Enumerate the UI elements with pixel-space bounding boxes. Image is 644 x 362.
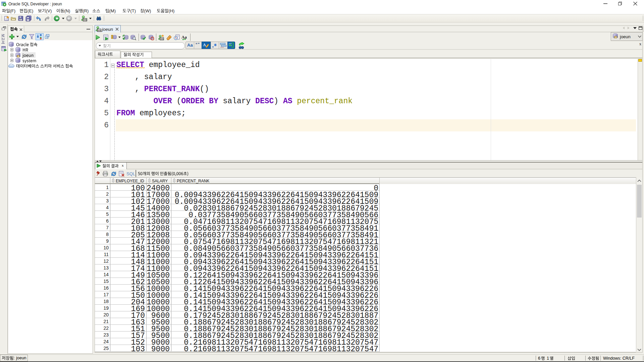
svg-text:A: A bbox=[203, 43, 206, 47]
svg-text:SOL: SOL bbox=[160, 38, 164, 40]
svg-text:Aa: Aa bbox=[181, 35, 187, 40]
svg-text:SOL: SOL bbox=[84, 19, 87, 21]
svg-text:SOL: SOL bbox=[98, 29, 101, 32]
